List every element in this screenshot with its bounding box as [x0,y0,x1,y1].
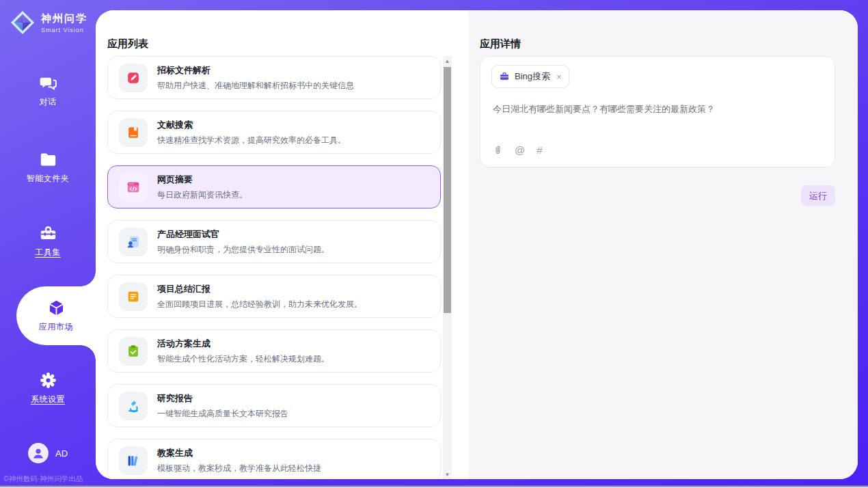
interviewer-icon [119,228,148,256]
scroll-down-arrow-icon[interactable]: ▼ [443,470,452,479]
cube-icon [47,299,66,317]
app-card-list: 招标文件解析帮助用户快速、准确地理解和解析招标书中的关键信息文献搜索快速精准查找… [107,56,441,479]
app-card[interactable]: 研究报告一键智能生成高质量长文本研究报告 [107,384,441,427]
app-card-title: 文献搜索 [157,119,346,131]
brand-subtitle: Smart Vision [41,27,87,33]
scrollbar[interactable]: ▲ ▼ [443,56,452,479]
sidebar-item-3[interactable]: 工具集 [0,224,96,258]
app-card[interactable]: 文献搜索快速精准查找学术资源，提高研究效率的必备工具。 [107,111,441,154]
note-icon [119,282,148,311]
sidebar-item-4[interactable]: 应用市场 [16,286,96,345]
app-list-title: 应用列表 [107,38,148,51]
avatar [28,443,49,463]
paperclip-icon[interactable] [493,144,503,156]
book-icon [119,118,148,147]
app-detail-panel: 应用详情 Bing搜索 × 今日湖北有哪些新闻要点？有哪些需要关注的最新政策？ [469,10,858,479]
browser-code-icon [119,173,148,202]
sidebar-item-label: 工具集 [35,247,61,258]
app-card-title: 研究报告 [157,392,288,405]
input-toolbar: @ # [493,144,543,156]
sidebar-item-label: 应用市场 [39,321,73,333]
tool-tag-bing-search[interactable]: Bing搜索 × [491,65,569,88]
sidebar-item-label: 系统设置 [31,394,65,405]
app-list-panel: 应用列表 招标文件解析帮助用户快速、准确地理解和解析招标书中的关键信息文献搜索快… [96,10,469,479]
microscope-icon [119,392,148,420]
diamond-logo-icon [10,10,36,36]
app-card[interactable]: 项目总结汇报全面回顾项目进展，总结经验教训，助力未来优化发展。 [107,275,441,318]
tool-tag-close-icon[interactable]: × [556,72,562,82]
mention-icon[interactable]: @ [515,144,525,156]
clipboard-check-icon [119,337,148,366]
app-card[interactable]: 招标文件解析帮助用户快速、准确地理解和解析招标书中的关键信息 [107,56,441,99]
edit-doc-icon [119,64,148,92]
sidebar-item-2[interactable]: 智能文件夹 [0,150,96,185]
gear-icon [39,371,57,390]
chat-icon [39,74,57,92]
prompt-card: Bing搜索 × 今日湖北有哪些新闻要点？有哪些需要关注的最新政策？ @ # [480,56,835,167]
sidebar-item-5[interactable]: 系统设置 [0,371,96,405]
brand-name: 神州问学 [41,12,87,25]
app-card-title: 项目总结汇报 [157,283,362,295]
run-button[interactable]: 运行 [801,185,835,206]
sidebar: 神州问学 Smart Vision 对话智能文件夹工具集应用市场系统设置 AD … [0,0,96,488]
app-card-description: 模板驱动，教案秒成，教学准备从此轻松快捷 [157,463,321,474]
app-card-description: 快速精准查找学术资源，提高研究效率的必备工具。 [157,135,346,146]
app-card-title: 产品经理面试官 [157,228,329,241]
app-card-description: 帮助用户快速、准确地理解和解析招标书中的关键信息 [157,80,354,92]
app-card-title: 教案生成 [157,447,321,459]
sidebar-item-1[interactable]: 对话 [0,74,96,108]
brand: 神州问学 Smart Vision [10,10,87,36]
tool-tag-label: Bing搜索 [515,70,550,83]
app-card[interactable]: 网页摘要每日政府新闻资讯快查。 [107,165,441,208]
folder-icon [39,150,57,169]
app-card-description: 每日政府新闻资讯快查。 [157,189,247,201]
app-card-title: 招标文件解析 [157,64,354,77]
sidebar-item-label: 智能文件夹 [27,173,70,185]
app-card-description: 一键智能生成高质量长文本研究报告 [157,408,288,420]
app-card-description: 智能生成个性化活动方案，轻松解决规划难题。 [157,353,329,365]
books-icon [119,446,148,475]
app-card-title: 活动方案生成 [157,338,329,350]
main-content: 应用列表 招标文件解析帮助用户快速、准确地理解和解析招标书中的关键信息文献搜索快… [96,10,858,479]
app-card-description: 全面回顾项目进展，总结经验教训，助力未来优化发展。 [157,299,362,310]
app-card-title: 网页摘要 [157,174,247,186]
query-text[interactable]: 今日湖北有哪些新闻要点？有哪些需要关注的最新政策？ [493,103,821,116]
toolbox-icon [39,224,57,243]
app-card-description: 明确身份和职责，为您提供专业性的面试问题。 [157,244,329,256]
app-detail-title: 应用详情 [480,38,521,51]
sidebar-item-label: 对话 [40,96,57,108]
scrollbar-thumb[interactable] [444,67,451,313]
copyright-footer: ©神州数码·神州问学出品 [3,474,83,484]
scroll-up-arrow-icon[interactable]: ▲ [443,56,452,66]
briefcase-icon [499,71,510,82]
app-card[interactable]: 产品经理面试官明确身份和职责，为您提供专业性的面试问题。 [107,220,441,263]
hash-icon[interactable]: # [537,144,542,156]
app-card[interactable]: 教案生成模板驱动，教案秒成，教学准备从此轻松快捷 [107,439,441,479]
app-card[interactable]: 活动方案生成智能生成个性化活动方案，轻松解决规划难题。 [107,329,441,372]
user-row[interactable]: AD [0,443,96,463]
user-name: AD [55,448,68,459]
